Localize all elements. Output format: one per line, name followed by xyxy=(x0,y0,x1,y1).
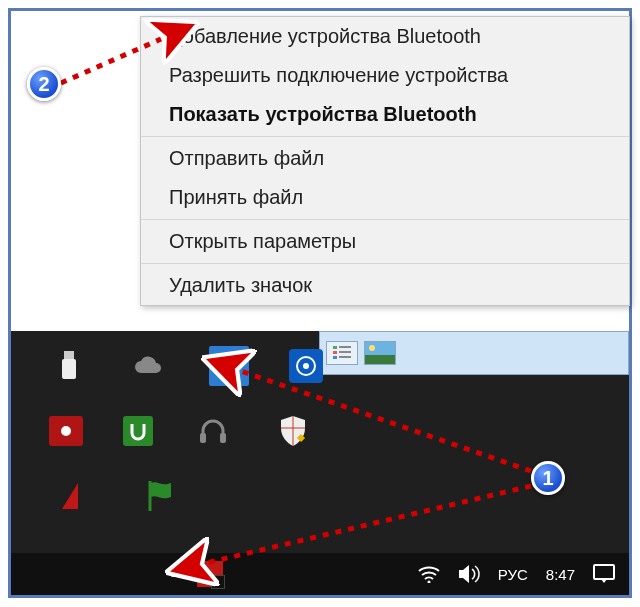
annotation-badge-2: 2 xyxy=(27,67,61,101)
intel-icon[interactable] xyxy=(289,349,323,383)
usb-icon[interactable] xyxy=(49,346,89,386)
bluetooth-icon[interactable] xyxy=(209,346,249,386)
system-tray: РУС 8:47 xyxy=(418,563,629,585)
menu-show-bluetooth-devices[interactable]: Показать устройства Bluetooth xyxy=(141,95,629,134)
headset-icon[interactable] xyxy=(193,411,233,451)
language-indicator[interactable]: РУС xyxy=(498,566,528,583)
svg-rect-0 xyxy=(64,351,74,359)
tray-flyout-row xyxy=(49,346,323,386)
tray-flyout-row xyxy=(55,476,181,516)
wifi-icon[interactable] xyxy=(418,563,440,585)
svg-rect-9 xyxy=(594,565,614,579)
taskbar: РУС 8:47 xyxy=(11,553,629,595)
utorrent-icon[interactable] xyxy=(123,416,153,446)
svg-point-5 xyxy=(61,426,71,436)
menu-open-settings[interactable]: Открыть параметры xyxy=(141,222,629,261)
annotation-badge-1: 1 xyxy=(531,461,565,495)
camera-icon[interactable] xyxy=(49,416,83,446)
menu-remove-icon[interactable]: Удалить значок xyxy=(141,266,629,305)
svg-point-8 xyxy=(427,581,430,584)
menu-receive-file[interactable]: Принять файл xyxy=(141,178,629,217)
menu-allow-device-connection[interactable]: Разрешить подключение устройства xyxy=(141,56,629,95)
thumbnail-toolbar xyxy=(319,331,629,375)
screenshot-frame: Добавление устройства Bluetooth Разрешит… xyxy=(8,8,632,598)
shield-icon[interactable] xyxy=(273,411,313,451)
svg-rect-6 xyxy=(200,433,206,443)
menu-separator xyxy=(141,263,629,264)
volume-icon[interactable] xyxy=(458,563,480,585)
cloud-icon[interactable] xyxy=(129,346,169,386)
svg-rect-1 xyxy=(62,359,76,379)
bluetooth-context-menu: Добавление устройства Bluetooth Разрешит… xyxy=(140,16,630,306)
triangle-icon[interactable] xyxy=(55,476,95,516)
svg-rect-7 xyxy=(220,433,226,443)
chevron-up-icon[interactable] xyxy=(171,571,183,577)
app-tile[interactable] xyxy=(197,561,223,587)
menu-separator xyxy=(141,136,629,137)
notification-icon[interactable] xyxy=(593,563,615,585)
thumbnail-view-button[interactable] xyxy=(364,341,396,365)
svg-point-3 xyxy=(303,363,309,369)
menu-send-file[interactable]: Отправить файл xyxy=(141,139,629,178)
clock[interactable]: 8:47 xyxy=(546,566,575,583)
menu-separator xyxy=(141,219,629,220)
list-view-button[interactable] xyxy=(326,341,358,365)
flag-icon[interactable] xyxy=(141,476,181,516)
menu-add-bluetooth-device[interactable]: Добавление устройства Bluetooth xyxy=(141,17,629,56)
tray-flyout-row xyxy=(49,411,313,451)
